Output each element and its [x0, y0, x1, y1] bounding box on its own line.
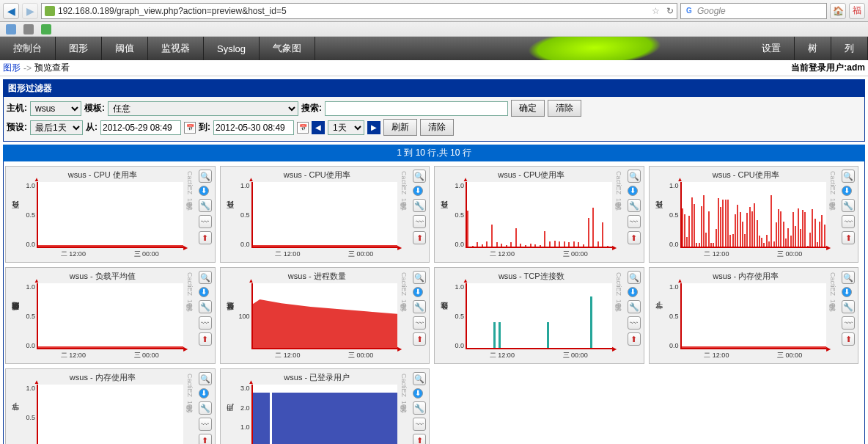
nav-tab-4[interactable]: Syslog	[204, 37, 260, 60]
graph-plot[interactable]	[466, 283, 612, 349]
preset-select[interactable]: 最后1天	[30, 120, 83, 135]
clear-button[interactable]: 清除	[548, 100, 581, 117]
graph-plot[interactable]	[466, 182, 612, 248]
search-input[interactable]	[325, 101, 508, 116]
browser-search[interactable]: G Google	[680, 3, 827, 19]
zoom-button[interactable]: 🔍	[628, 170, 641, 183]
zoom-button[interactable]: 🔍	[199, 372, 212, 385]
bookmark-icon[interactable]	[23, 24, 34, 34]
nav-tab-1[interactable]: 图形	[56, 37, 102, 60]
zoom-button[interactable]: 🔍	[199, 271, 212, 284]
forward-button[interactable]: ▶	[22, 3, 38, 19]
nav-right-tab-1[interactable]: 树	[795, 37, 831, 60]
top-button[interactable]: ⬆	[199, 332, 212, 346]
menu-button[interactable]: 福	[849, 3, 865, 19]
csv-button[interactable]: 〰	[628, 316, 641, 330]
graph-plot[interactable]	[37, 182, 183, 248]
info-button[interactable]: ⬇	[413, 287, 423, 297]
csv-button[interactable]: 〰	[628, 215, 641, 228]
top-button[interactable]: ⬆	[413, 231, 426, 244]
csv-button[interactable]: 〰	[199, 215, 212, 228]
csv-button[interactable]: 〰	[413, 215, 426, 228]
top-button[interactable]: ⬆	[842, 332, 855, 346]
top-button[interactable]: ⬆	[199, 434, 212, 444]
calendar-icon[interactable]: 📅	[184, 122, 196, 134]
url-bar[interactable]: 192.168.0.189/graph_view.php?action=prev…	[41, 3, 677, 19]
csv-button[interactable]: 〰	[199, 418, 212, 431]
breadcrumb-arrow-icon: ->	[23, 63, 32, 73]
edit-button[interactable]: 🔧	[628, 300, 641, 313]
graph-plot[interactable]	[37, 283, 183, 349]
graph-cell: 字节wsus - 内存使用率1.00.50.0二 12:00三 00:00Cac…	[5, 368, 216, 444]
edit-button[interactable]: 🔧	[413, 199, 426, 212]
info-button[interactable]: ⬇	[842, 186, 852, 196]
graph-plot[interactable]	[680, 283, 827, 349]
refresh-button[interactable]: 刷新	[383, 119, 417, 136]
back-button[interactable]: ◀	[3, 3, 19, 19]
info-button[interactable]: ⬇	[842, 287, 852, 297]
graph-plot[interactable]	[251, 182, 398, 248]
graph-plot[interactable]	[251, 283, 398, 349]
edit-button[interactable]: 🔧	[413, 401, 426, 415]
edit-button[interactable]: 🔧	[842, 300, 855, 313]
csv-button[interactable]: 〰	[413, 418, 426, 431]
edit-button[interactable]: 🔧	[199, 300, 212, 313]
top-button[interactable]: ⬆	[628, 332, 641, 346]
top-button[interactable]: ⬆	[628, 231, 641, 244]
bookmark-icon[interactable]	[6, 24, 16, 34]
filter-title: 图形过滤器	[4, 80, 864, 97]
info-button[interactable]: ⬇	[199, 388, 209, 398]
nav-tab-0[interactable]: 控制台	[0, 37, 56, 60]
info-button[interactable]: ⬇	[628, 186, 638, 196]
csv-button[interactable]: 〰	[199, 316, 212, 330]
from-input[interactable]	[100, 120, 181, 135]
edit-button[interactable]: 🔧	[842, 199, 855, 212]
calendar-icon[interactable]: 📅	[297, 122, 309, 134]
graph-plot[interactable]	[251, 385, 398, 444]
graph-plot[interactable]	[680, 182, 827, 248]
info-button[interactable]: ⬇	[413, 388, 423, 398]
nav-tab-3[interactable]: 监视器	[148, 37, 204, 60]
range-select[interactable]: 1天	[328, 120, 364, 135]
confirm-button[interactable]: 确定	[511, 100, 545, 117]
graph-ylabel: 百分比	[9, 170, 22, 259]
info-button[interactable]: ⬇	[199, 287, 209, 297]
info-button[interactable]: ⬇	[413, 186, 423, 196]
to-input[interactable]	[213, 120, 294, 135]
edit-button[interactable]: 🔧	[413, 300, 426, 313]
clear2-button[interactable]: 清除	[420, 119, 454, 136]
csv-button[interactable]: 〰	[842, 215, 855, 228]
nav-right-tab-2[interactable]: 列	[831, 37, 868, 60]
edit-button[interactable]: 🔧	[199, 199, 212, 212]
zoom-button[interactable]: 🔍	[842, 170, 855, 183]
breadcrumb-link[interactable]: 图形	[3, 62, 21, 74]
nav-right-tab-0[interactable]: 设置	[749, 37, 795, 60]
zoom-button[interactable]: 🔍	[413, 170, 426, 183]
graph-plot[interactable]	[37, 385, 183, 444]
nav-tab-5[interactable]: 气象图	[260, 37, 315, 60]
csv-button[interactable]: 〰	[413, 316, 426, 330]
zoom-button[interactable]: 🔍	[628, 271, 641, 284]
home-button[interactable]: 🏠	[830, 3, 846, 19]
zoom-button[interactable]: 🔍	[413, 271, 426, 284]
shift-right-button[interactable]: ▶	[367, 121, 380, 134]
bookmark-star-icon[interactable]: ☆	[652, 6, 663, 16]
top-button[interactable]: ⬆	[413, 332, 426, 346]
zoom-button[interactable]: 🔍	[199, 170, 212, 183]
zoom-button[interactable]: 🔍	[413, 372, 426, 385]
top-button[interactable]: ⬆	[842, 231, 855, 244]
csv-button[interactable]: 〰	[842, 316, 855, 330]
info-button[interactable]: ⬇	[628, 287, 638, 297]
host-select[interactable]: wsus	[30, 101, 81, 116]
top-button[interactable]: ⬆	[199, 231, 212, 244]
bookmark-icon[interactable]	[41, 24, 51, 34]
info-button[interactable]: ⬇	[199, 186, 209, 196]
edit-button[interactable]: 🔧	[199, 401, 212, 415]
shift-left-button[interactable]: ◀	[312, 121, 325, 134]
nav-tab-2[interactable]: 阈值	[102, 37, 148, 60]
edit-button[interactable]: 🔧	[628, 199, 641, 212]
top-button[interactable]: ⬆	[413, 434, 426, 444]
zoom-button[interactable]: 🔍	[842, 271, 855, 284]
reload-icon[interactable]: ↻	[666, 6, 674, 16]
template-select[interactable]: 任意	[108, 101, 298, 116]
